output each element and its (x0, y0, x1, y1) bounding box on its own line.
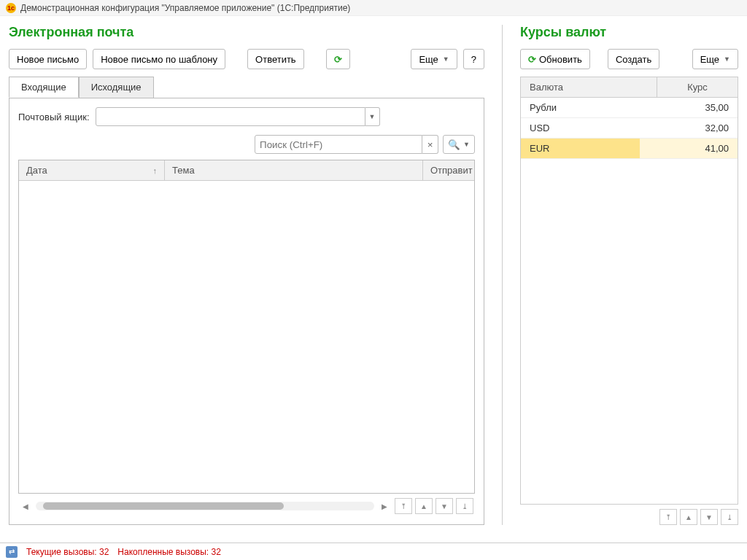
rates-nav-last-button[interactable]: ⤓ (721, 509, 738, 525)
search-input[interactable] (255, 135, 422, 154)
rate-value: 35,00 (657, 102, 738, 113)
rate-value: 32,00 (657, 122, 738, 133)
column-subject[interactable]: Тема (165, 160, 423, 180)
rates-grid-body[interactable]: Рубли35,00USD32,00EUR41,00 (521, 98, 738, 504)
horizontal-scrollbar[interactable] (36, 502, 374, 510)
search-button[interactable]: 🔍▼ (443, 135, 475, 154)
email-panel-title: Электронная почта (9, 25, 484, 40)
panel-divider (502, 25, 503, 525)
status-accumulated-calls: Накопленные вызовы: 32 (117, 547, 221, 557)
scroll-right-button[interactable]: ▶ (379, 502, 390, 510)
column-date[interactable]: Дата↑ (19, 160, 165, 180)
column-rate[interactable]: Курс (657, 77, 738, 97)
email-help-button[interactable]: ? (463, 49, 484, 69)
new-mail-button[interactable]: Новое письмо (9, 49, 87, 69)
email-more-button[interactable]: Еще▼ (411, 49, 457, 69)
rate-currency: EUR (521, 143, 657, 154)
rate-row[interactable]: Рубли35,00 (521, 98, 738, 118)
email-content: Почтовый ящик: ▼ × 🔍▼ Дата↑ Тема Отправи… (9, 98, 484, 525)
refresh-rates-button[interactable]: ⟳Обновить (520, 49, 590, 69)
refresh-email-button[interactable]: ⟳ (326, 49, 350, 69)
nav-down-button[interactable]: ▼ (436, 498, 453, 514)
status-bar: ⇄ Текущие вызовы: 32 Накопленные вызовы:… (0, 542, 747, 560)
mailbox-dropdown-button[interactable]: ▼ (365, 107, 380, 126)
rates-panel: Курсы валют ⟳Обновить Создать Еще▼ Валют… (511, 25, 738, 525)
rate-value: 41,00 (657, 143, 738, 154)
column-currency[interactable]: Валюта (521, 77, 657, 97)
nav-first-button[interactable]: ⤒ (395, 498, 412, 514)
nav-last-button[interactable]: ⤓ (456, 498, 473, 514)
rate-currency: USD (521, 122, 657, 133)
status-current-calls: Текущие вызовы: 32 (26, 547, 109, 557)
rates-panel-title: Курсы валют (520, 25, 738, 40)
chevron-down-icon: ▼ (463, 141, 470, 148)
rates-nav-first-button[interactable]: ⤒ (659, 509, 677, 525)
mailbox-label: Почтовый ящик: (18, 112, 90, 122)
rate-row[interactable]: USD32,00 (521, 118, 738, 139)
search-icon: 🔍 (448, 139, 460, 150)
rates-nav-up-button[interactable]: ▲ (680, 509, 697, 525)
window-title-bar: 1c Демонстрационная конфигурация "Управл… (0, 0, 747, 16)
tab-outbox[interactable]: Исходящие (79, 77, 154, 98)
rates-grid-header: Валюта Курс (521, 77, 738, 98)
scroll-left-button[interactable]: ◀ (20, 502, 31, 510)
status-icon: ⇄ (6, 546, 18, 558)
search-clear-button[interactable]: × (422, 135, 438, 154)
app-icon: 1c (6, 3, 16, 13)
mailbox-input[interactable] (96, 107, 365, 126)
reply-button[interactable]: Ответить (247, 49, 304, 69)
email-grid-header: Дата↑ Тема Отправит (19, 160, 474, 181)
chevron-down-icon: ▼ (724, 55, 730, 63)
chevron-down-icon: ▼ (443, 55, 449, 63)
rate-currency: Рубли (521, 102, 657, 113)
refresh-icon: ⟳ (528, 54, 536, 65)
rates-grid: Валюта Курс Рубли35,00USD32,00EUR41,00 (520, 77, 738, 505)
email-toolbar: Новое письмо Новое письмо по шаблону Отв… (9, 49, 484, 69)
window-title: Демонстрационная конфигурация "Управляем… (20, 3, 350, 13)
rate-row[interactable]: EUR41,00 (521, 139, 738, 159)
column-from[interactable]: Отправит (423, 160, 474, 180)
nav-up-button[interactable]: ▲ (415, 498, 433, 514)
rates-more-button[interactable]: Еще▼ (692, 49, 738, 69)
email-panel: Электронная почта Новое письмо Новое пис… (9, 25, 484, 525)
rates-nav-down-button[interactable]: ▼ (700, 509, 718, 525)
new-mail-template-button[interactable]: Новое письмо по шаблону (93, 49, 225, 69)
sort-ascending-icon: ↑ (153, 166, 158, 175)
email-grid: Дата↑ Тема Отправит (18, 160, 475, 494)
refresh-icon: ⟳ (334, 54, 342, 65)
tab-inbox[interactable]: Входящие (9, 77, 79, 98)
email-grid-body[interactable] (19, 181, 474, 493)
email-tabs: Входящие Исходящие (9, 77, 484, 98)
create-rate-button[interactable]: Создать (608, 49, 659, 69)
rates-toolbar: ⟳Обновить Создать Еще▼ (520, 49, 738, 69)
